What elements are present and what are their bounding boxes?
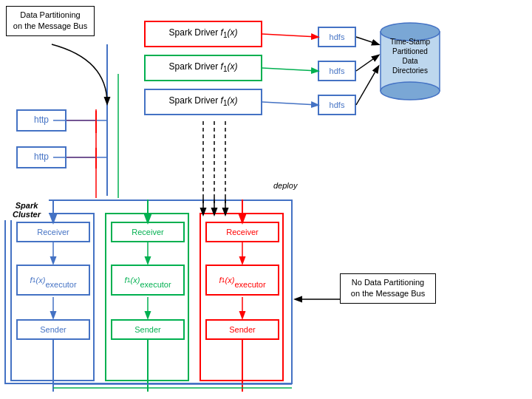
svg-point-2: [381, 82, 440, 100]
receiver-red: Receiver: [205, 222, 279, 242]
diagram: Spark Driver f1(x) Spark Driver f1(x) Sp…: [0, 0, 532, 399]
svg-line-3: [262, 34, 318, 37]
http-1: http: [16, 109, 66, 132]
svg-line-5: [262, 102, 318, 105]
executor-green: f1(x)executor: [111, 265, 185, 296]
receiver-blue: Receiver: [16, 222, 90, 242]
spark-driver-red: Spark Driver f1(x): [144, 21, 262, 47]
spark-driver-green: Spark Driver f1(x): [144, 55, 262, 81]
spark-driver-blue: Spark Driver f1(x): [144, 89, 262, 115]
cylinder-label: Time-StampPartitionedDataDirectories: [377, 37, 443, 75]
spark-driver-green-label: Spark Driver f1(x): [169, 61, 238, 74]
executor-blue: f1(x)executor: [16, 265, 90, 296]
http-2: http: [16, 146, 66, 168]
data-partitioning-bottom-label: No Data Partitioningon the Message Bus: [340, 273, 436, 304]
sender-red: Sender: [205, 319, 279, 340]
hdfs-3: hdfs: [318, 95, 356, 115]
cylinder: Time-StampPartitionedDataDirectories: [377, 21, 443, 102]
deploy-label: deploy: [273, 181, 297, 190]
spark-cluster-label: SparkCluster: [4, 200, 49, 220]
sender-green: Sender: [111, 319, 185, 340]
svg-line-6: [356, 37, 378, 44]
data-partitioning-top-label: Data Partitioningon the Message Bus: [6, 6, 95, 36]
executor-red: f1(x)executor: [205, 265, 279, 296]
svg-line-4: [262, 68, 318, 71]
svg-line-7: [356, 55, 378, 71]
receiver-green: Receiver: [111, 222, 185, 242]
sender-blue: Sender: [16, 319, 90, 340]
spark-driver-red-label: Spark Driver f1(x): [169, 27, 238, 40]
spark-driver-blue-label: Spark Driver f1(x): [169, 95, 238, 108]
hdfs-1: hdfs: [318, 27, 356, 47]
hdfs-2: hdfs: [318, 61, 356, 81]
svg-line-8: [356, 66, 378, 105]
